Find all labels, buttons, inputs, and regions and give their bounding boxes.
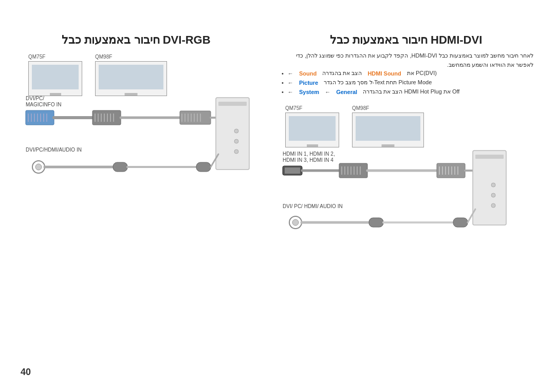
svg-rect-76 [453, 218, 468, 227]
svg-rect-11 [92, 110, 121, 125]
left-monitor2-label: QM98F [95, 54, 167, 60]
svg-rect-74 [369, 218, 383, 227]
bullet-picture: Picture Mode תחת Text-ל מסך מצב כל הגדר … [282, 79, 533, 86]
svg-rect-65 [473, 151, 506, 225]
svg-point-32 [234, 139, 238, 143]
svg-point-69 [491, 203, 495, 208]
right-monitor2 [352, 113, 424, 147]
svg-rect-29 [216, 98, 249, 170]
left-monitor1-label: QM75F [28, 54, 82, 60]
bullet-sound: PC(DVI) את HDMI Sound הצב את בהגדרה Soun… [282, 70, 533, 77]
right-monitor2-label: QM98F [352, 105, 424, 111]
svg-rect-38 [113, 162, 127, 172]
svg-text:HDMI IN 3, HDMI IN 4: HDMI IN 3, HDMI IN 4 [283, 157, 334, 163]
svg-point-36 [35, 164, 42, 170]
svg-text:DVI/ PC/ HDMI/ AUDIO IN: DVI/ PC/ HDMI/ AUDIO IN [283, 203, 343, 209]
svg-text:DVI/PC/: DVI/PC/ [26, 96, 44, 101]
page-number: 40 [21, 367, 31, 378]
svg-point-68 [491, 193, 495, 197]
left-monitor1 [28, 61, 82, 96]
right-monitor1-label: QM75F [285, 105, 339, 111]
right-monitor1 [285, 113, 339, 147]
left-monitor2 [95, 61, 167, 96]
svg-rect-45 [285, 167, 300, 174]
right-description: לאחר חיבור מחשב למוצר באמצעות כבל HDMI-D… [296, 52, 533, 68]
svg-text:DVI/PC/HDMI/AUDIO IN: DVI/PC/HDMI/AUDIO IN [26, 147, 82, 153]
right-diagram: HDMI IN 1, HDMI IN 2, HDMI IN 3, HDMI IN… [278, 146, 534, 280]
svg-rect-66 [475, 155, 504, 159]
svg-rect-20 [180, 111, 211, 124]
svg-point-72 [292, 219, 299, 226]
svg-text:HDMI IN 1, HDMI IN 2,: HDMI IN 1, HDMI IN 2, [283, 151, 335, 157]
svg-point-67 [491, 183, 495, 187]
svg-text:MAGICINFO IN: MAGICINFO IN [26, 102, 61, 107]
svg-point-31 [234, 129, 238, 133]
left-title: חיבור באמצעות כבל DVI-RGB [62, 33, 210, 46]
svg-rect-56 [437, 163, 465, 178]
svg-rect-2 [26, 110, 54, 125]
svg-point-33 [234, 150, 238, 154]
svg-rect-30 [218, 102, 247, 106]
left-diagram: DVI/PC/ MAGICINFO IN DVI/PC/HDMI/AUDIO I… [21, 92, 252, 226]
bullet-system: Off את HDMI Hot Plug הצב את בהגדרה Gener… [282, 88, 533, 95]
svg-rect-47 [339, 163, 367, 178]
right-title: חיבור באמצעות כבל HDMI-DVI [330, 33, 483, 46]
svg-rect-40 [196, 162, 211, 172]
